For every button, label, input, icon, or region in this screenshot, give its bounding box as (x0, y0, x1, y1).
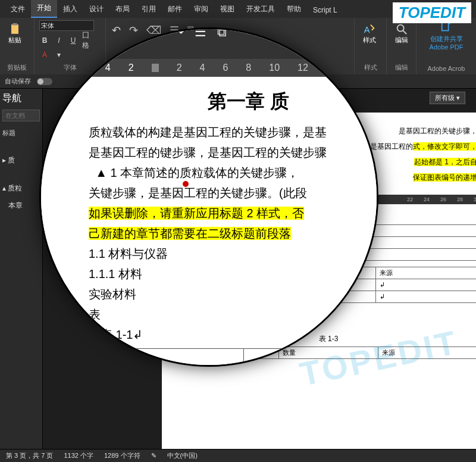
edit-button[interactable]: 编辑 (392, 20, 412, 46)
font-more-button[interactable]: ▾ (54, 49, 64, 60)
charframe-button[interactable]: 囗格 (82, 35, 93, 46)
font-name-input[interactable] (39, 20, 94, 31)
redo-icon[interactable]: ↷ (129, 24, 138, 37)
nav-item[interactable]: ▴ 质粒 (2, 183, 40, 193)
body-text: 己新建的章节都需要在二级标题前段落 (89, 223, 378, 244)
status-bar: 第 3 页，共 7 页 1132 个字 1289 个字符 ✎ 中文(中国) (0, 449, 476, 462)
body-text: 关键步骤，是基因工程的关键步骤。(此段 (89, 183, 378, 203)
styles-button[interactable]: A 样式 (359, 20, 380, 46)
svg-rect-1 (12, 23, 17, 25)
ribbon-edit-group: 编辑 编辑 (387, 18, 416, 74)
undo-icon[interactable]: ↶ (112, 24, 121, 37)
find-icon (395, 23, 408, 36)
nav-search-input[interactable] (2, 110, 40, 121)
bold-button[interactable]: B (39, 35, 50, 46)
underline-button[interactable]: U (68, 35, 79, 46)
style-filter-dropdown[interactable]: 所有级 ▾ (430, 92, 465, 104)
styles-icon: A (363, 23, 376, 36)
status-words[interactable]: 1132 个字 (64, 451, 93, 460)
menu-help[interactable]: 帮助 (281, 1, 307, 18)
magnifier-overlay: B I U ↶ ↷ ☰ ⧉ 8642 2468101214 ▪ 第一章 质 质粒… (39, 27, 378, 367)
ribbon-clipboard-group: 粘贴 剪贴板 (0, 18, 35, 74)
menu-devtools[interactable]: 开发工具 (240, 1, 281, 18)
nav-tab-headings[interactable]: 标题 (2, 129, 40, 138)
menu-file[interactable]: 文件 (5, 1, 31, 18)
menu-review[interactable]: 审阅 (188, 1, 214, 18)
watermark: TOPEDIT (297, 323, 462, 394)
logo-watermark: TOPEDIT (393, 2, 471, 23)
svg-text:A: A (364, 24, 370, 34)
ruler-indent-marker[interactable] (152, 64, 159, 72)
menu-insert[interactable]: 插入 (57, 1, 83, 18)
body-text: 是基因工程的键步骤，是基因工程的关键步骤 (89, 142, 378, 163)
mag-list-icon[interactable]: ☰ (195, 27, 206, 40)
status-pages[interactable]: 第 3 页，共 7 页 (6, 451, 53, 460)
adobe-label: Adobe Acrob (421, 64, 471, 72)
nav-title: 导航 (2, 92, 40, 105)
menu-layout[interactable]: 布局 (109, 1, 136, 18)
menu-mail[interactable]: 邮件 (162, 1, 188, 18)
heading-numbered: 1.1.1 材料 (89, 264, 378, 284)
edit-label: 编辑 (392, 62, 411, 72)
paste-button[interactable]: 粘贴 (5, 20, 25, 46)
svg-rect-0 (11, 24, 19, 34)
status-spellcheck-icon[interactable]: ✎ (151, 452, 156, 460)
ribbon-styles-group: A 样式 样式 (355, 18, 387, 74)
mag-copy-icon[interactable]: ⧉ (217, 27, 227, 40)
clipboard-label: 剪贴板 (5, 62, 29, 72)
nav-item[interactable]: ▸ 质 (2, 155, 40, 166)
heading-numbered: 1.1 材料与仪器 (89, 244, 378, 264)
menu-references[interactable]: 引用 (136, 1, 162, 18)
body-text: 质粒载体的构建是基因工程的关键步骤，是基 (89, 122, 378, 142)
autosave-label: 自动保存 (5, 77, 31, 86)
styles-label: 样式 (359, 62, 381, 72)
nav-item[interactable]: 本章 (2, 201, 40, 211)
font-label: 字体 (39, 62, 101, 72)
italic-button[interactable]: I (54, 35, 64, 46)
navigation-pane: 导航 标题 ▸ 质 ▴ 质粒 本章 (0, 89, 43, 449)
heading-2-line: ▲ 1 本章简述的质粒载体的关键步骤， (89, 163, 378, 183)
body-text: 实验材料 (89, 284, 378, 304)
menu-home[interactable]: 开始 (31, 0, 57, 18)
ribbon-font-group: B I U 囗格 A ▾ 字体 (35, 18, 106, 74)
cursor-dot-icon (183, 181, 189, 187)
paste-icon (8, 23, 21, 36)
body-text: 如果误删除，请重新应用标题 2 样式，否 (89, 203, 378, 223)
menu-view[interactable]: 视图 (214, 1, 240, 18)
ribbon-adobe-group: 创建并共享Adobe PDF Adobe Acrob (416, 18, 476, 74)
adobe-create-button[interactable]: 创建并共享Adobe PDF (421, 20, 471, 51)
status-language[interactable]: 中文(中国) (167, 451, 198, 460)
autosave-toggle[interactable] (37, 78, 52, 85)
fontcolor-button[interactable]: A (39, 49, 50, 60)
menu-script[interactable]: Script L (307, 2, 343, 18)
svg-point-3 (397, 24, 404, 31)
menu-design[interactable]: 设计 (83, 1, 109, 18)
status-chars[interactable]: 1289 个字符 (104, 451, 140, 460)
svg-line-4 (403, 30, 407, 34)
